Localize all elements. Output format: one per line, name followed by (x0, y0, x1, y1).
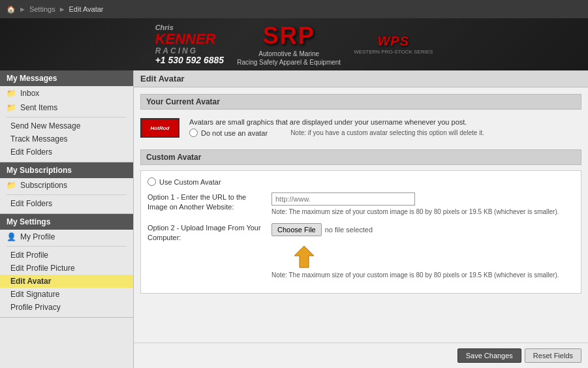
sidebar-section-settings: My Settings 👤 My Profile Edit Profile Ed… (0, 214, 133, 318)
url-input[interactable] (271, 192, 415, 206)
my-messages-header: My Messages (0, 70, 133, 86)
upload-arrow-icon (291, 243, 317, 269)
no-file-text: no file selected (325, 226, 373, 234)
use-custom-avatar-label: Use Custom Avatar (159, 178, 221, 186)
no-avatar-note: Note: if you have a custom avatar select… (290, 129, 484, 136)
avatar-logo-text: HotRod (151, 125, 170, 131)
sidebar-divider-1 (7, 117, 127, 117)
no-avatar-label: Do not use an avatar (201, 129, 268, 137)
sidebar-section-messages: My Messages 📁 Inbox 📁 Sent Items Send Ne… (0, 70, 133, 162)
reset-fields-button[interactable]: Reset Fields (525, 348, 581, 363)
sent-items-label: Sent Items (20, 103, 57, 112)
subscriptions-label: Subscriptions (20, 181, 67, 190)
wps-logo: WPS WESTERN PRO-STOCK SERIES (354, 34, 433, 55)
current-avatar-section-title: Your Current Avatar (140, 94, 581, 110)
option1-content: Note: The maximum size of your custom im… (271, 192, 574, 217)
sidebar-item-sent[interactable]: 📁 Sent Items (0, 100, 133, 115)
sidebar-item-profile-privacy[interactable]: Profile Privacy (0, 301, 133, 314)
arrow-container (271, 239, 574, 269)
folder-icon-subscriptions: 📁 (7, 181, 16, 190)
custom-avatar-section: Use Custom Avatar Option 1 - Enter the U… (140, 170, 581, 294)
content-header: Edit Avatar (134, 70, 588, 87)
content-area: Edit Avatar Your Current Avatar HotRod A… (134, 70, 588, 368)
logo-chris: Chris (155, 23, 224, 31)
use-custom-avatar-row: Use Custom Avatar (147, 177, 574, 186)
inbox-label: Inbox (20, 89, 39, 98)
choose-file-button[interactable]: Choose File (271, 223, 322, 236)
sidebar-item-edit-avatar[interactable]: Edit Avatar (0, 275, 133, 288)
avatar-area: HotRod Avatars are small graphics that a… (140, 115, 581, 143)
sidebar-item-edit-signature[interactable]: Edit Signature (0, 288, 133, 301)
sidebar-item-subscriptions[interactable]: 📁 Subscriptions (0, 178, 133, 192)
srp-logo: SRP Automotive & Marine Racing Safety Ap… (237, 22, 341, 67)
breadcrumb-separator1: ► (19, 5, 26, 13)
sidebar-item-edit-folders-subs[interactable]: Edit Folders (0, 197, 133, 210)
folder-icon-sent: 📁 (7, 103, 16, 112)
logo-phone: +1 530 592 6885 (155, 55, 224, 65)
svg-marker-0 (294, 246, 314, 268)
avatar-info: Avatars are small graphics that are disp… (189, 118, 581, 140)
option2-note: Note: The maximum size of your custom im… (271, 271, 574, 280)
logo-kenner: KENNER (155, 31, 224, 47)
home-icon[interactable]: 🏠 (7, 5, 16, 14)
save-changes-button[interactable]: Save Changes (457, 348, 521, 363)
action-bar: Save Changes Reset Fields (134, 343, 588, 368)
option1-row: Option 1 - Enter the URL to the Image on… (147, 192, 574, 217)
avatar-description: Avatars are small graphics that are disp… (189, 118, 581, 126)
sidebar-item-edit-profile-picture[interactable]: Edit Profile Picture (0, 262, 133, 275)
breadcrumb-settings-link[interactable]: Settings (29, 5, 55, 13)
folder-icon-inbox: 📁 (7, 89, 16, 98)
sidebar-divider-3 (7, 246, 127, 247)
current-avatar-image: HotRod (140, 118, 179, 138)
option2-content: Choose File no file selected Note: The m… (271, 223, 574, 280)
wps-text: WPS (354, 34, 433, 49)
sidebar-item-my-profile[interactable]: 👤 My Profile (0, 230, 133, 244)
srp-sub2: Racing Safety Apparel & Equipment (237, 58, 341, 67)
breadcrumb-current: Edit Avatar (69, 5, 104, 13)
sidebar: My Messages 📁 Inbox 📁 Sent Items Send Ne… (0, 70, 134, 368)
option2-row: Option 2 - Upload Image From Your Comput… (147, 223, 574, 280)
file-upload-row: Choose File no file selected (271, 223, 574, 236)
option2-label: Option 2 - Upload Image From Your Comput… (147, 223, 265, 243)
sidebar-item-edit-profile[interactable]: Edit Profile (0, 249, 133, 262)
use-custom-avatar-radio[interactable] (147, 177, 156, 186)
sidebar-item-send-message[interactable]: Send New Message (0, 119, 133, 132)
srp-text: SRP (237, 22, 341, 50)
banner: Chris KENNER RACING +1 530 592 6885 SRP … (0, 18, 588, 70)
kenner-racing-logo: Chris KENNER RACING +1 530 592 6885 (155, 23, 224, 66)
option1-label: Option 1 - Enter the URL to the Image on… (147, 192, 265, 213)
profile-icon: 👤 (7, 232, 16, 241)
my-subscriptions-header: My Subscriptions (0, 162, 133, 178)
custom-avatar-section-title: Custom Avatar (140, 149, 581, 165)
sidebar-section-subscriptions: My Subscriptions 📁 Subscriptions Edit Fo… (0, 162, 133, 214)
my-settings-header: My Settings (0, 214, 133, 230)
no-avatar-radio[interactable] (189, 129, 198, 137)
top-nav-bar: 🏠 ► Settings ► Edit Avatar (0, 0, 588, 18)
sidebar-item-track-messages[interactable]: Track Messages (0, 132, 133, 146)
option1-note: Note: The maximum size of your custom im… (271, 207, 574, 217)
sidebar-item-inbox[interactable]: 📁 Inbox (0, 86, 133, 100)
sidebar-divider-2 (7, 194, 127, 195)
wps-sub: WESTERN PRO-STOCK SERIES (354, 49, 433, 55)
srp-sub1: Automotive & Marine (237, 50, 341, 58)
breadcrumb-separator2: ► (59, 5, 66, 13)
my-profile-label: My Profile (20, 232, 55, 241)
sidebar-item-edit-folders-messages[interactable]: Edit Folders (0, 146, 133, 159)
